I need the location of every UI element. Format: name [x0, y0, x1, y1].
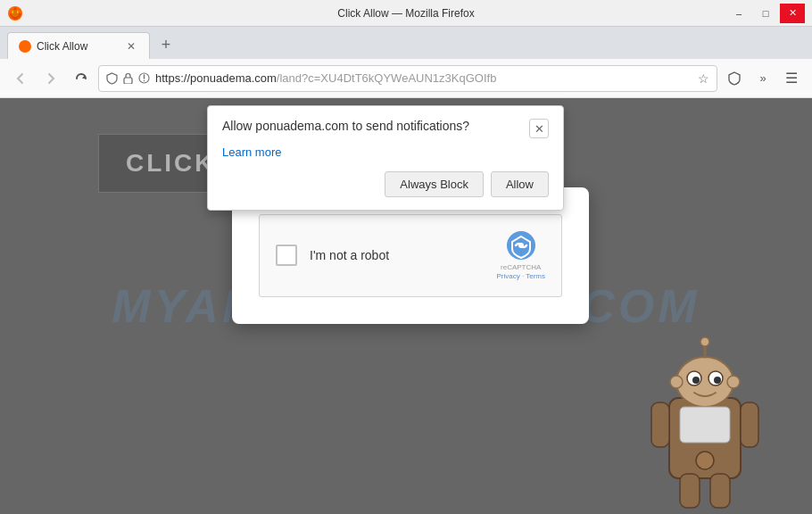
- titlebar: Click Allow — Mozilla Firefox – □ ✕: [0, 0, 812, 27]
- svg-rect-17: [651, 402, 669, 447]
- refresh-icon: [75, 72, 87, 85]
- shield-icon: [106, 72, 118, 85]
- forward-icon: [45, 72, 57, 85]
- menu-button[interactable]: ☰: [778, 65, 805, 92]
- close-button[interactable]: ✕: [780, 4, 805, 23]
- tab-close-button[interactable]: ✕: [124, 39, 138, 54]
- tabbar: Click Allow ✕ +: [0, 27, 812, 59]
- svg-rect-21: [680, 407, 730, 443]
- window-title: Click Allow — Mozilla Firefox: [337, 7, 474, 20]
- recaptcha-brand-text: reCAPTCHA Privacy · Terms: [496, 263, 545, 282]
- popup-title: Allow ponuadema.com to send notification…: [222, 119, 520, 133]
- recaptcha-left: I'm not a robot: [276, 245, 389, 266]
- svg-point-16: [727, 376, 740, 388]
- notification-permission-icon: [138, 72, 150, 84]
- click-allow-page-text: CLICK: [126, 149, 216, 177]
- svg-rect-20: [710, 474, 730, 508]
- url-domain: https://ponuadema.com: [155, 71, 277, 85]
- popup-close-button[interactable]: ✕: [529, 119, 549, 138]
- url-path: /land?c=XU4DtT6kQYWeAUN1z3KqGOIfb: [277, 71, 497, 85]
- tab-title: Click Allow: [37, 40, 119, 53]
- popup-header: Allow ponuadema.com to send notification…: [222, 119, 549, 138]
- popup-learn-more-link[interactable]: Learn more: [222, 145, 549, 159]
- maximize-button[interactable]: □: [753, 4, 778, 23]
- svg-point-12: [714, 377, 721, 384]
- navbar: https://ponuadema.com/land?c=XU4DtT6kQYW…: [0, 59, 812, 98]
- tab-favicon-icon: [19, 40, 31, 53]
- page-background: MYANTISPYWARE.COM CLICK I'm not a robot …: [0, 98, 812, 514]
- svg-point-14: [700, 337, 709, 346]
- address-bar[interactable]: https://ponuadema.com/land?c=XU4DtT6kQYW…: [98, 65, 717, 92]
- shield-vpn-button[interactable]: [721, 65, 748, 92]
- recaptcha-label: I'm not a robot: [310, 248, 389, 262]
- extensions-button[interactable]: »: [750, 65, 776, 92]
- recaptcha-branding: reCAPTCHA Privacy · Terms: [496, 229, 545, 282]
- popup-buttons: Always Block Allow: [222, 171, 549, 197]
- svg-point-6: [518, 243, 524, 248]
- robot-svg: [625, 318, 785, 514]
- svg-point-22: [696, 452, 714, 469]
- new-tab-button[interactable]: +: [153, 32, 178, 57]
- titlebar-left: [7, 5, 23, 21]
- svg-rect-18: [741, 402, 758, 447]
- shield-vpn-icon: [727, 71, 742, 86]
- svg-point-8: [676, 357, 733, 407]
- recaptcha-logo-icon: [505, 229, 537, 261]
- svg-rect-2: [124, 78, 132, 84]
- back-button[interactable]: [7, 65, 34, 92]
- recaptcha-terms-link[interactable]: Terms: [526, 272, 545, 280]
- minimize-button[interactable]: –: [726, 4, 751, 23]
- url-display: https://ponuadema.com/land?c=XU4DtT6kQYW…: [155, 71, 692, 85]
- svg-rect-19: [680, 474, 700, 508]
- robot-character: [625, 318, 785, 514]
- svg-point-4: [144, 80, 145, 82]
- notification-popup: Allow ponuadema.com to send notification…: [207, 105, 564, 211]
- lock-icon: [123, 72, 133, 84]
- always-block-button[interactable]: Always Block: [385, 171, 484, 197]
- recaptcha-privacy-link[interactable]: Privacy: [496, 272, 519, 280]
- back-icon: [14, 72, 27, 85]
- titlebar-controls: – □ ✕: [726, 4, 805, 23]
- allow-button[interactable]: Allow: [491, 171, 549, 197]
- forward-button[interactable]: [37, 65, 64, 92]
- recaptcha-widget[interactable]: I'm not a robot reCAPTCHA Privacy · Term…: [259, 214, 562, 297]
- svg-point-15: [670, 376, 683, 388]
- firefox-logo-icon: [7, 5, 23, 21]
- recaptcha-checkbox[interactable]: [276, 245, 297, 266]
- nav-right-buttons: » ☰: [721, 65, 805, 92]
- refresh-button[interactable]: [68, 65, 95, 92]
- bookmark-star-icon[interactable]: ☆: [698, 71, 709, 86]
- svg-point-11: [692, 377, 700, 384]
- active-tab[interactable]: Click Allow ✕: [7, 32, 150, 59]
